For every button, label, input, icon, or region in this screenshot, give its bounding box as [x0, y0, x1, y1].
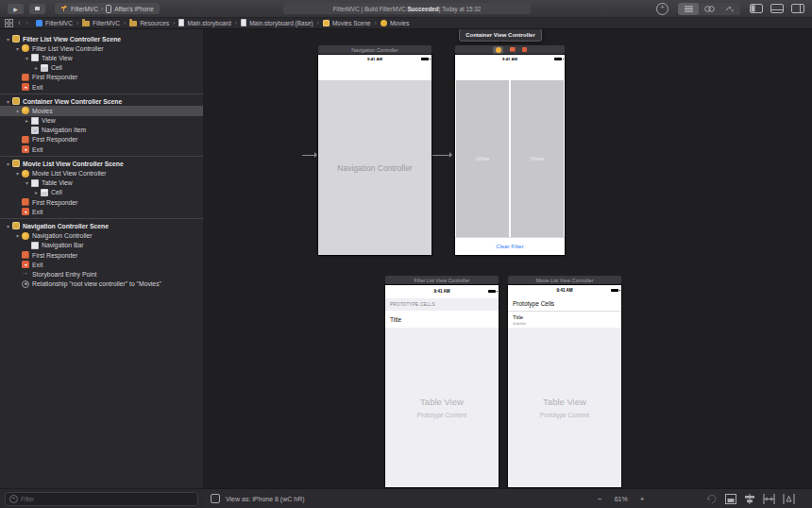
- outline-row[interactable]: Exit: [0, 82, 203, 92]
- outline-row[interactable]: Storyboard Entry Point: [0, 269, 203, 279]
- table-view-label: Table View: [420, 397, 464, 407]
- go-back-button[interactable]: ‹: [18, 18, 21, 27]
- assistant-editor-button[interactable]: [699, 3, 719, 15]
- container-view-controller-scene[interactable]: 9:41 AM UIView UIView Clear Filter: [455, 45, 565, 255]
- disclosure-open-icon[interactable]: ▾: [4, 36, 12, 42]
- device-configuration-icon[interactable]: [211, 494, 220, 503]
- disclosure-open-icon[interactable]: ▾: [23, 179, 31, 186]
- scene-title-bar[interactable]: Movie List View Controller: [508, 276, 621, 284]
- breadcrumb-item[interactable]: Movies Scene: [332, 20, 371, 26]
- outline-row[interactable]: Exit: [0, 207, 203, 216]
- zoom-in-button[interactable]: +: [640, 495, 645, 503]
- breadcrumb-item[interactable]: Main.storyboard: [187, 20, 231, 26]
- left-container-view[interactable]: UIView: [456, 80, 509, 238]
- view-controller-dock-selection[interactable]: [493, 46, 503, 54]
- toggle-inspectors-button[interactable]: [791, 4, 804, 13]
- toggle-debug-area-button[interactable]: [770, 4, 784, 13]
- outline-row[interactable]: ▾Table View: [0, 53, 203, 62]
- exit-icon: [22, 83, 29, 91]
- outline-row[interactable]: ▾Movie List View Controller Scene: [0, 159, 203, 168]
- scene-title-bar[interactable]: Navigation Controller: [318, 45, 431, 54]
- zoom-level[interactable]: 61%: [615, 496, 628, 502]
- standard-editor-button[interactable]: [678, 3, 699, 15]
- navigation-bar[interactable]: [455, 63, 565, 81]
- stop-button[interactable]: [29, 4, 45, 14]
- disclosure-closed-icon[interactable]: ▸: [32, 64, 41, 71]
- update-frames-icon[interactable]: [706, 494, 718, 504]
- disclosure-open-icon[interactable]: ▾: [4, 223, 12, 229]
- outline-row[interactable]: Exit: [0, 144, 203, 154]
- outline-row[interactable]: ▾Navigation Controller: [0, 231, 203, 241]
- disclosure-closed-icon[interactable]: ▸: [32, 189, 41, 195]
- exit-icon[interactable]: [522, 47, 528, 53]
- library-icon[interactable]: [656, 3, 668, 15]
- outline-row[interactable]: ▸Cell: [0, 188, 203, 197]
- movie-list-view-controller-scene[interactable]: Movie List View Controller 9:41 AM Proto…: [508, 276, 621, 487]
- table-cell[interactable]: Title: [385, 311, 499, 329]
- toggle-navigator-button[interactable]: [750, 4, 763, 13]
- run-button[interactable]: ▶: [8, 4, 24, 14]
- outline-row[interactable]: First Responder: [0, 135, 203, 144]
- resolve-auto-layout-issues-icon[interactable]: [783, 494, 795, 504]
- outline-row[interactable]: ▸Cell: [0, 63, 203, 73]
- navigation-controller-view[interactable]: 9:41 AM Navigation Controller: [318, 55, 431, 255]
- disclosure-open-icon[interactable]: ▾: [13, 45, 22, 52]
- outline-row[interactable]: ▾Container View Controller Scene: [0, 96, 203, 106]
- zoom-out-button[interactable]: −: [598, 495, 602, 503]
- storyboard-canvas[interactable]: Container View Controller Navigation Con…: [203, 28, 812, 508]
- scene-title-bar[interactable]: Filter List View Controller: [385, 276, 499, 284]
- outline-row[interactable]: Navigation Bar: [0, 241, 203, 250]
- outline-row[interactable]: ▾Movie List View Controller: [0, 168, 203, 178]
- outline-row[interactable]: First Responder: [0, 73, 203, 82]
- right-container-view[interactable]: UIView: [511, 80, 564, 238]
- outline-row[interactable]: First Responder: [0, 250, 203, 260]
- breadcrumb-item[interactable]: Main.storyboard (Base): [249, 20, 313, 26]
- outline-row[interactable]: First Responder: [0, 197, 203, 207]
- scheme-selector[interactable]: FilterMVC › Affan's iPhone: [55, 3, 160, 14]
- table-view-placeholder[interactable]: Table View Prototype Content: [508, 328, 621, 487]
- filter-input[interactable]: Filter: [5, 492, 198, 506]
- outline-row[interactable]: ▸View: [0, 116, 203, 126]
- breadcrumb-item[interactable]: FilterMVC: [45, 20, 73, 26]
- storyboard-entry-arrow[interactable]: [302, 155, 315, 156]
- root-view-controller-segue-arrow[interactable]: [432, 155, 451, 156]
- breadcrumb-separator: ›: [235, 20, 237, 26]
- outline-row[interactable]: ▾Movies: [0, 106, 203, 115]
- movie-list-table-view[interactable]: 9:41 AM Prototype Cells Title Subtitle T…: [508, 285, 621, 487]
- outline-row[interactable]: ▾Filter List View Controller: [0, 43, 203, 53]
- breadcrumb-item[interactable]: Movies: [390, 20, 410, 26]
- embed-in-stack-icon[interactable]: [725, 494, 736, 504]
- add-constraints-pin-icon[interactable]: [763, 494, 775, 504]
- outline-row[interactable]: Relationship "root view controller" to "…: [0, 279, 203, 289]
- disclosure-open-icon[interactable]: ▾: [13, 108, 22, 114]
- breadcrumb-item[interactable]: FilterMVC: [93, 20, 120, 26]
- prototype-cells-section-header: PROTOTYPE CELLS: [385, 298, 499, 311]
- disclosure-open-icon[interactable]: ▾: [4, 98, 12, 105]
- disclosure-closed-icon[interactable]: ▸: [23, 117, 31, 124]
- view-as-label[interactable]: View as: iPhone 8 (wC hR): [226, 496, 305, 502]
- status-time: | Today at 15:32: [439, 6, 482, 12]
- navigation-controller-body[interactable]: Navigation Controller: [318, 80, 431, 255]
- version-editor-button[interactable]: [719, 3, 740, 15]
- outline-row[interactable]: Exit: [0, 260, 203, 269]
- align-icon[interactable]: [744, 494, 755, 504]
- outline-row[interactable]: ▾Navigation Controller Scene: [0, 221, 203, 230]
- filter-list-view-controller-scene[interactable]: Filter List View Controller 9:41 AM PROT…: [385, 276, 499, 487]
- disclosure-open-icon[interactable]: ▾: [23, 55, 31, 61]
- container-view-controller-view[interactable]: 9:41 AM UIView UIView Clear Filter: [455, 55, 565, 255]
- disclosure-open-icon[interactable]: ▾: [13, 232, 22, 239]
- first-responder-icon[interactable]: [510, 47, 516, 53]
- outline-row[interactable]: ▾Filter List View Controller Scene: [0, 34, 203, 43]
- outline-row[interactable]: ▾Table View: [0, 178, 203, 188]
- filter-list-table-view[interactable]: 9:41 AM PROTOTYPE CELLS Title Table View…: [385, 285, 499, 487]
- outline-row[interactable]: Navigation Item: [0, 126, 203, 135]
- navigation-bar[interactable]: [318, 63, 431, 81]
- clear-filter-button[interactable]: Clear Filter: [496, 244, 523, 249]
- breadcrumb-item[interactable]: Resources: [140, 20, 169, 26]
- go-forward-button[interactable]: ›: [25, 18, 28, 27]
- related-items-icon[interactable]: [5, 19, 13, 27]
- navigation-controller-scene[interactable]: Navigation Controller 9:41 AM Navigation…: [318, 45, 431, 255]
- disclosure-open-icon[interactable]: ▾: [13, 170, 22, 177]
- disclosure-open-icon[interactable]: ▾: [4, 161, 12, 167]
- table-view-placeholder[interactable]: Table View Prototype Content: [385, 328, 499, 487]
